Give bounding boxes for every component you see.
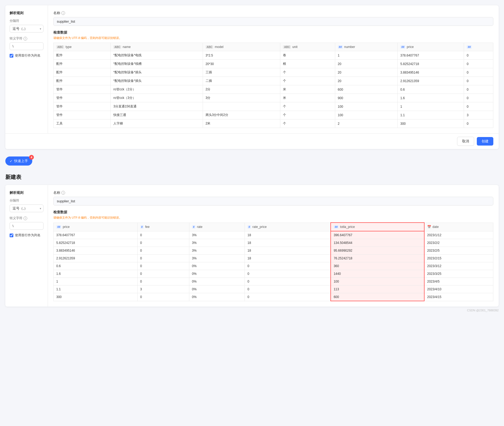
name-field-row-1: 名称 i	[53, 11, 493, 26]
table-row: 工具人字梯2米个23000	[54, 119, 493, 128]
table-wrapper-2: ## price # fee	[53, 222, 493, 301]
th-unit: ABC unit	[280, 43, 335, 51]
table-cell: 2023/4/5	[424, 278, 493, 286]
table-cell: 360	[331, 262, 424, 270]
table-cell: 2.912621359	[54, 255, 138, 262]
table-cell: 0	[137, 255, 189, 262]
quick-start-button[interactable]: ✓ 快速上手 4	[5, 156, 32, 166]
create-button-1[interactable]: 创建	[477, 137, 493, 146]
table-cell: 1.1	[398, 111, 464, 119]
col2-icon-fee: #	[140, 225, 144, 229]
col2-name-rate: rate	[197, 225, 202, 229]
table-cell: 1	[398, 102, 464, 111]
table-cell: 3*2.5	[203, 51, 280, 60]
quick-start-wrapper: ✓ 快速上手 4	[5, 152, 499, 166]
info-icon-escape-1[interactable]: i	[23, 37, 27, 41]
data-table-2: ## price # fee	[53, 222, 493, 301]
table-cell: 1.1	[54, 286, 138, 293]
escape-char-label-2: 转义字符 i	[10, 216, 43, 220]
col-name-type: type	[66, 45, 72, 49]
section2-title: 新建表	[5, 174, 499, 181]
info-icon-name-2[interactable]: i	[61, 191, 65, 195]
name-field-row-2: 名称 i	[53, 190, 493, 206]
table-cell: 0	[245, 278, 331, 286]
name-input-1[interactable]	[53, 17, 493, 26]
th2-price: ## price	[54, 223, 138, 231]
escape-char-input-1[interactable]	[10, 42, 43, 50]
table-cell: 3	[137, 286, 189, 293]
table-cell: 3分	[203, 94, 280, 102]
table-cell: 个	[280, 77, 335, 85]
table-cell: 0%	[189, 270, 245, 278]
table-cell: 0	[137, 247, 189, 255]
col2-icon-rate-price: #	[247, 225, 251, 229]
table-row: 配件*配电控制设备*电线3*2.5卷1378.64077670	[54, 51, 493, 60]
name-field-label-2: 名称 i	[53, 190, 493, 195]
use-first-row-checkbox-2[interactable]	[10, 234, 13, 237]
th2-fee: # fee	[137, 223, 189, 231]
table-cell: ro管cck（2分）	[111, 85, 203, 94]
table-cell: 2	[335, 119, 398, 128]
table-row: 5.82524271803%18134.50485442023/2/2	[54, 239, 493, 247]
table-cell: 1	[54, 278, 138, 286]
col2-name-price: price	[63, 225, 70, 229]
info-icon-name-1[interactable]: i	[61, 11, 65, 15]
table-header-row-1: ABC type ABC name	[54, 43, 493, 51]
col2-name-rate-price: rate_price	[253, 225, 267, 229]
th-type: ABC type	[54, 43, 111, 51]
escape-char-label-1: 转义字符 i	[10, 36, 43, 41]
col-name-name: name	[123, 45, 131, 49]
table-cell: 管件	[54, 85, 111, 94]
separator-select-2[interactable]: 逗号（,）	[10, 204, 43, 212]
table-cell: 个	[280, 111, 335, 119]
check-data-label-1: 检查数据	[53, 30, 493, 35]
table-cell: 2023/2/2	[424, 239, 493, 247]
table-cell: *配电控制设备*电线	[111, 51, 203, 60]
table-cell: 管件	[54, 102, 111, 111]
table-cell: 100	[335, 111, 398, 119]
th-model: ABC model	[203, 43, 280, 51]
cancel-button-1[interactable]: 取消	[457, 137, 474, 146]
separator-select-wrapper-1: 逗号（,） ▾	[10, 25, 43, 33]
table-cell: 2023/4/15	[424, 293, 493, 301]
col2-icon-rate: #	[192, 225, 196, 229]
sidebar-1: 解析规则 分隔符 逗号（,） ▾ 转义字符 i	[5, 5, 48, 133]
table-cell: 个	[280, 119, 335, 128]
table-row: 管件ro管cck（3分）3分米9001.60	[54, 94, 493, 102]
col-icon-type: ABC	[56, 45, 64, 49]
table-cell: 根	[280, 60, 335, 68]
table-cell: 600	[331, 293, 424, 301]
th2-rate-price: # rate_price	[245, 223, 331, 231]
escape-char-input-2[interactable]	[10, 222, 43, 230]
table-cell: 个	[280, 102, 335, 111]
footer-bar-1: 取消 创建	[5, 133, 499, 149]
table-cell: 三插	[203, 68, 280, 77]
table-cell: 0	[464, 51, 493, 60]
name-input-2[interactable]	[53, 197, 493, 206]
table-cell: 3.883495146	[54, 247, 138, 255]
col-icon-extra: ##	[467, 45, 472, 49]
th2-totla-price: ## totla_price	[331, 223, 424, 231]
data-table-1: ABC type ABC name	[53, 43, 493, 128]
table-cell: 0	[464, 60, 493, 68]
separator-select-1[interactable]: 逗号（,）	[10, 25, 43, 33]
info-icon-escape-2[interactable]: i	[23, 216, 27, 220]
table-row: 2.91262135903%1876.252427182023/2/15	[54, 255, 493, 262]
use-first-row-label-2: 使用首行作为列名	[15, 233, 41, 238]
table-cell: 3%	[189, 247, 245, 255]
table-cell: 0	[137, 270, 189, 278]
table-cell: 3%	[189, 239, 245, 247]
table-cell: 2023/3/25	[424, 270, 493, 278]
use-first-row-checkbox-1[interactable]	[10, 54, 13, 58]
table-cell: 18	[245, 239, 331, 247]
table-row: 0.600%03602023/3/12	[54, 262, 493, 270]
table-row: 378.640776703%18396.64077672023/1/12	[54, 231, 493, 239]
main-content-1: 名称 i 检查数据 请确保文件为 UTF-8 编码，否则内容可能识别错误。	[48, 5, 499, 133]
table-cell: 396.6407767	[331, 231, 424, 239]
table-cell: 管件	[54, 111, 111, 119]
table-cell: 0	[137, 262, 189, 270]
table-cell: 0%	[189, 262, 245, 270]
check-data-label-2: 检查数据	[53, 210, 493, 215]
quick-start-badge: 4	[29, 155, 34, 160]
table-cell: 0	[464, 68, 493, 77]
